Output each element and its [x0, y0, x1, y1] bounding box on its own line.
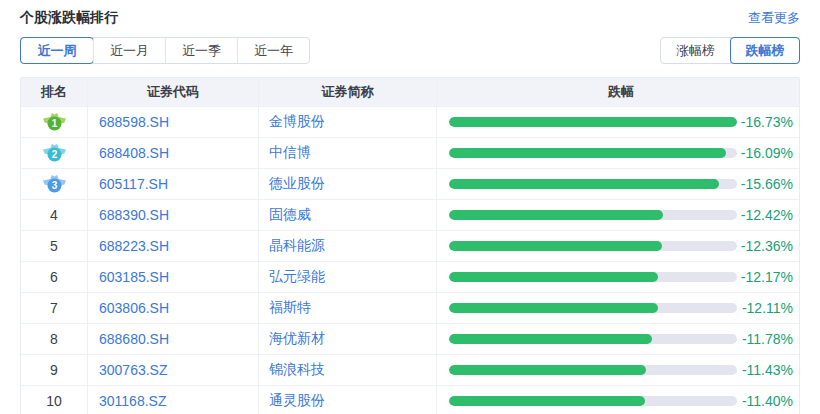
toggle-board-1[interactable]: 跌幅榜 — [730, 38, 799, 63]
change-bar-fill — [449, 303, 658, 313]
change-bar-track — [449, 179, 737, 189]
security-name-link[interactable]: 福斯特 — [269, 299, 311, 317]
change-bar-track — [449, 396, 737, 406]
security-code-link[interactable]: 301168.SZ — [99, 393, 166, 409]
security-code-link[interactable]: 688598.SH — [99, 114, 169, 130]
change-percent: -12.17% — [737, 269, 793, 285]
change-percent: -16.73% — [737, 114, 793, 130]
tab-period-1[interactable]: 近一月 — [93, 38, 165, 63]
security-code-link[interactable]: 688223.SH — [99, 238, 169, 254]
security-code-cell: 605117.SH — [88, 169, 259, 199]
change-percent: -12.11% — [737, 300, 793, 316]
table-body: 1688598.SH金博股份-16.73%2688408.SH中信博-16.09… — [21, 106, 799, 414]
rank-cell: 9 — [21, 355, 88, 385]
security-name-link[interactable]: 中信博 — [269, 144, 311, 162]
table-row: 10301168.SZ通灵股份-11.40% — [21, 385, 799, 414]
table-row: 2688408.SH中信博-16.09% — [21, 137, 799, 168]
security-code-link[interactable]: 603185.SH — [99, 269, 169, 285]
change-cell: -12.17% — [437, 262, 799, 292]
security-name-cell: 锦浪科技 — [259, 355, 437, 385]
change-bar-track — [449, 272, 737, 282]
change-cell: -12.36% — [437, 231, 799, 261]
security-code-link[interactable]: 688680.SH — [99, 331, 169, 347]
security-name-link[interactable]: 锦浪科技 — [269, 361, 325, 379]
security-code-link[interactable]: 688390.SH — [99, 207, 169, 223]
security-name-cell: 福斯特 — [259, 293, 437, 323]
ranking-table: 排名证券代码证券简称跌幅 1688598.SH金博股份-16.73%268840… — [20, 77, 800, 414]
security-code-link[interactable]: 688408.SH — [99, 145, 169, 161]
security-name-link[interactable]: 弘元绿能 — [269, 268, 325, 286]
security-name-cell: 通灵股份 — [259, 386, 437, 414]
rank-medal-icon: 1 — [43, 112, 66, 132]
table-row: 3605117.SH德业股份-15.66% — [21, 168, 799, 199]
rank-cell: 10 — [21, 386, 88, 414]
security-code-cell: 688680.SH — [88, 324, 259, 354]
change-bar-fill — [449, 210, 663, 220]
table-row: 7603806.SH福斯特-12.11% — [21, 292, 799, 323]
rank-cell: 1 — [21, 107, 88, 137]
security-name-link[interactable]: 海优新材 — [269, 330, 325, 348]
rank-number: 6 — [50, 269, 58, 285]
column-header-3: 跌幅 — [437, 78, 799, 106]
rank-medal-icon: 2 — [43, 143, 66, 163]
security-name-link[interactable]: 通灵股份 — [269, 392, 325, 410]
rank-cell: 3 — [21, 169, 88, 199]
rank-cell: 5 — [21, 231, 88, 261]
view-more-link[interactable]: 查看更多 — [748, 9, 800, 27]
change-cell: -11.78% — [437, 324, 799, 354]
column-header-2: 证券简称 — [259, 78, 437, 106]
security-code-cell: 688390.SH — [88, 200, 259, 230]
security-code-link[interactable]: 605117.SH — [99, 176, 168, 192]
security-code-cell: 688598.SH — [88, 107, 259, 137]
change-percent: -11.40% — [737, 393, 793, 409]
rank-number: 4 — [50, 207, 58, 223]
change-bar-fill — [449, 179, 719, 189]
change-percent: -15.66% — [737, 176, 793, 192]
change-cell: -11.43% — [437, 355, 799, 385]
table-row: 4688390.SH固德威-12.42% — [21, 199, 799, 230]
table-row: 8688680.SH海优新材-11.78% — [21, 323, 799, 354]
change-bar-track — [449, 334, 737, 344]
change-bar-track — [449, 303, 737, 313]
change-bar-track — [449, 241, 737, 251]
security-code-cell: 688408.SH — [88, 138, 259, 168]
change-bar-track — [449, 117, 737, 127]
security-code-link[interactable]: 603806.SH — [99, 300, 169, 316]
tab-period-0[interactable]: 近一周 — [21, 38, 93, 63]
toggle-board-0[interactable]: 涨幅榜 — [661, 38, 730, 63]
security-name-link[interactable]: 晶科能源 — [269, 237, 325, 255]
table-row: 6603185.SH弘元绿能-12.17% — [21, 261, 799, 292]
rank-number: 9 — [50, 362, 58, 378]
security-name-cell: 弘元绿能 — [259, 262, 437, 292]
security-name-link[interactable]: 固德威 — [269, 206, 311, 224]
tab-period-3[interactable]: 近一年 — [237, 38, 309, 63]
column-header-1: 证券代码 — [88, 78, 259, 106]
panel-header: 个股涨跌幅排行 查看更多 — [20, 0, 800, 28]
table-row: 1688598.SH金博股份-16.73% — [21, 106, 799, 137]
rank-number: 5 — [50, 238, 58, 254]
rank-cell: 8 — [21, 324, 88, 354]
page-title: 个股涨跌幅排行 — [20, 9, 118, 27]
rank-number: 7 — [50, 300, 58, 316]
security-code-cell: 688223.SH — [88, 231, 259, 261]
security-name-cell: 固德威 — [259, 200, 437, 230]
change-cell: -12.42% — [437, 200, 799, 230]
svg-text:3: 3 — [51, 180, 57, 191]
security-name-link[interactable]: 金博股份 — [269, 113, 325, 131]
table-header-row: 排名证券代码证券简称跌幅 — [21, 78, 799, 106]
period-tab-group: 近一周近一月近一季近一年 — [20, 37, 310, 64]
change-bar-fill — [449, 396, 645, 406]
change-bar-fill — [449, 365, 646, 375]
security-name-cell: 德业股份 — [259, 169, 437, 199]
change-cell: -11.40% — [437, 386, 799, 414]
rank-medal-icon: 3 — [43, 174, 66, 194]
security-name-cell: 金博股份 — [259, 107, 437, 137]
change-cell: -15.66% — [437, 169, 799, 199]
column-header-0: 排名 — [21, 78, 88, 106]
security-name-link[interactable]: 德业股份 — [269, 175, 325, 193]
stock-ranking-panel: 个股涨跌幅排行 查看更多 近一周近一月近一季近一年 涨幅榜跌幅榜 排名证券代码证… — [0, 0, 820, 414]
security-code-link[interactable]: 300763.SZ — [99, 362, 168, 378]
change-percent: -12.36% — [737, 238, 793, 254]
change-percent: -16.09% — [737, 145, 793, 161]
tab-period-2[interactable]: 近一季 — [165, 38, 237, 63]
